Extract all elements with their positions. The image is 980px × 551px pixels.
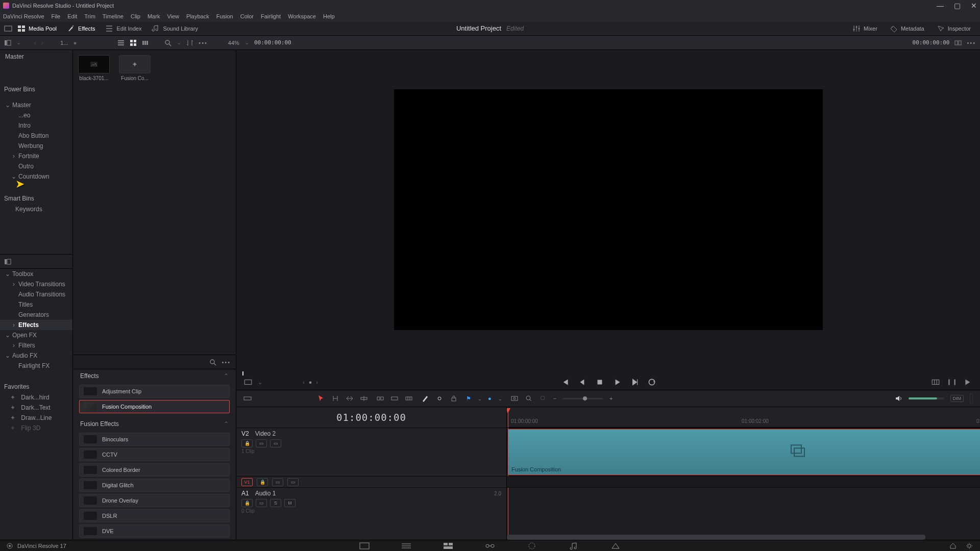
- effect-item[interactable]: Digital Glitch: [79, 479, 230, 492]
- viewer-timecode[interactable]: 00:00:00:00: [254, 39, 291, 46]
- replace-clip-icon[interactable]: [405, 394, 413, 403]
- zoom-to-fit-icon[interactable]: [510, 394, 519, 403]
- track-header-v1[interactable]: V1 🔒 ▭ ▭: [236, 476, 506, 487]
- auto-select-icon[interactable]: ▭: [256, 499, 267, 507]
- viewer-scrubber[interactable]: [242, 369, 974, 374]
- search-icon[interactable]: [209, 359, 216, 366]
- effect-item[interactable]: Adjustment Clip: [79, 385, 230, 398]
- blade-tool-icon[interactable]: [360, 394, 368, 403]
- media-clip[interactable]: ✦ Fusion Co...: [119, 55, 151, 81]
- sidebar-toggle-icon[interactable]: [4, 258, 11, 265]
- bin-item[interactable]: Abo Button: [0, 131, 72, 141]
- disable-video-icon[interactable]: ▭: [270, 439, 281, 447]
- list-icon[interactable]: [117, 39, 125, 46]
- inspector-button[interactable]: Inspector: [932, 22, 976, 35]
- bin-item[interactable]: ...eo: [0, 110, 72, 120]
- bin-item[interactable]: Werbung: [0, 141, 72, 151]
- color-page-tab[interactable]: [526, 542, 537, 550]
- fusion-page-tab[interactable]: [484, 542, 496, 550]
- menu-item[interactable]: Help: [323, 13, 335, 19]
- media-pool-button[interactable]: Media Pool: [12, 22, 62, 35]
- search-icon[interactable]: [164, 39, 172, 46]
- effect-item[interactable]: Drone Overlay: [79, 494, 230, 507]
- menu-item[interactable]: Mark: [148, 13, 160, 19]
- solo-button[interactable]: S: [270, 499, 281, 507]
- deliver-page-tab[interactable]: [610, 542, 621, 550]
- menu-item[interactable]: Trim: [84, 13, 95, 19]
- bin-item[interactable]: Keywords: [0, 204, 72, 214]
- browser-item[interactable]: Fairlight FX: [0, 361, 72, 371]
- edit-page-tab[interactable]: [443, 542, 454, 550]
- effect-item[interactable]: DVE: [79, 524, 230, 538]
- lock-track-icon[interactable]: 🔒: [241, 499, 253, 507]
- openfx-group[interactable]: ⌄Open FX: [0, 330, 72, 340]
- track-header-v2[interactable]: V2Video 2 🔒 ▭ ▭ 1 Clip: [236, 428, 506, 476]
- favorite-item[interactable]: ✦ Dark...hird: [0, 392, 72, 403]
- fairlight-page-tab[interactable]: [568, 542, 579, 550]
- toolbox-group[interactable]: ⌄Toolbox: [0, 269, 72, 279]
- dual-viewer-icon[interactable]: [954, 39, 962, 46]
- custom-zoom-icon[interactable]: [539, 394, 547, 403]
- sort-icon[interactable]: [186, 39, 193, 46]
- track-header-a1[interactable]: A1Audio 12.0 🔒 ▭ S M 0 Clip: [236, 487, 506, 528]
- disable-video-icon[interactable]: ▭: [287, 478, 299, 486]
- browser-item[interactable]: ›Filters: [0, 340, 72, 350]
- play-button[interactable]: [612, 378, 622, 387]
- favorite-item[interactable]: ✦ Draw...Line: [0, 413, 72, 423]
- detail-zoom-icon[interactable]: [525, 394, 533, 403]
- menu-item[interactable]: Workspace: [288, 13, 316, 19]
- nav-back-icon[interactable]: ‹: [34, 40, 36, 46]
- bypass-icon[interactable]: [243, 378, 253, 387]
- timeline-view-icon[interactable]: [243, 394, 252, 403]
- record-timecode[interactable]: 00:00:00:00: [913, 39, 950, 46]
- mixer-button[interactable]: Mixer: [847, 22, 883, 35]
- browser-item[interactable]: Titles: [0, 299, 72, 310]
- fullscreen-icon[interactable]: [4, 24, 12, 33]
- lock-track-icon[interactable]: 🔒: [241, 439, 253, 447]
- cut-page-tab[interactable]: [401, 542, 412, 550]
- strip-view-icon[interactable]: [142, 39, 149, 46]
- clip-fusion-composition[interactable]: Fusion Composition ✦: [508, 429, 980, 475]
- menu-item[interactable]: File: [52, 13, 61, 19]
- effects-group-header[interactable]: Effects⌃: [73, 369, 236, 383]
- sound-library-button[interactable]: Sound Library: [146, 22, 203, 35]
- next-marker-icon[interactable]: ›: [316, 379, 318, 385]
- chevron-down-icon[interactable]: ⌄: [177, 39, 181, 46]
- bin-item[interactable]: Intro: [0, 120, 72, 131]
- menu-item[interactable]: View: [167, 13, 179, 19]
- match-frame-icon[interactable]: [931, 378, 940, 387]
- track-lane-a1[interactable]: [507, 487, 980, 528]
- edit-index-button[interactable]: Edit Index: [100, 22, 146, 35]
- mute-button[interactable]: M: [284, 499, 296, 507]
- more-icon[interactable]: •••: [967, 40, 976, 46]
- overwrite-clip-icon[interactable]: [390, 394, 399, 403]
- settings-icon[interactable]: [966, 542, 973, 549]
- browser-item-effects[interactable]: ›Effects: [0, 320, 72, 330]
- menu-item[interactable]: Color: [240, 13, 254, 19]
- bin-item[interactable]: Outro: [0, 161, 72, 171]
- chevron-down-icon[interactable]: ⌄: [16, 39, 21, 46]
- volume-icon[interactable]: [894, 394, 902, 403]
- auto-select-icon[interactable]: ▭: [256, 439, 267, 447]
- insert-clip-icon[interactable]: [376, 394, 384, 403]
- bin-path[interactable]: 1...: [60, 40, 68, 46]
- menu-item[interactable]: Clip: [131, 13, 140, 19]
- effect-item-fusion-composition[interactable]: Fusion Composition: [79, 400, 230, 413]
- menu-item[interactable]: DaVinci Resolve: [3, 13, 44, 19]
- marker-color-icon[interactable]: ●: [488, 395, 492, 402]
- menu-item[interactable]: Edit: [67, 13, 77, 19]
- next-frame-button[interactable]: [630, 378, 639, 387]
- effect-item[interactable]: DSLR: [79, 509, 230, 522]
- volume-slider[interactable]: [909, 397, 944, 399]
- minimize-button[interactable]: —: [937, 2, 944, 10]
- effect-item[interactable]: Colored Border: [79, 463, 230, 477]
- effect-item[interactable]: CCTV: [79, 448, 230, 461]
- viewer[interactable]: [236, 50, 980, 369]
- bin-root[interactable]: Master: [0, 50, 72, 63]
- browser-item[interactable]: Generators: [0, 310, 72, 320]
- marker-icon[interactable]: ●: [309, 379, 312, 385]
- dim-button[interactable]: DIM: [950, 395, 964, 402]
- chevron-down-icon[interactable]: ⌄: [258, 379, 262, 386]
- more-icon[interactable]: •••: [199, 40, 208, 46]
- in-out-icon[interactable]: [947, 378, 957, 387]
